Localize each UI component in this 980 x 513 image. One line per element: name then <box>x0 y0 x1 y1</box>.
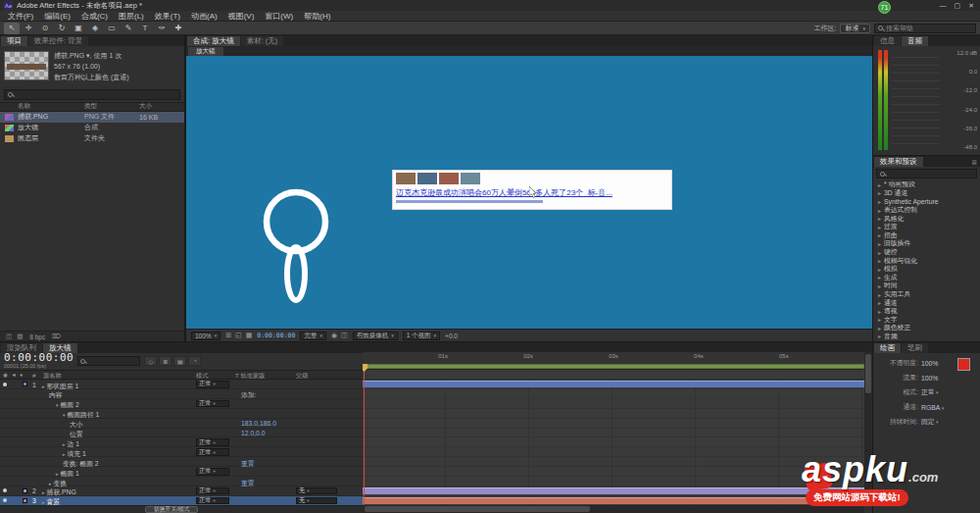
eye-icon[interactable] <box>3 383 7 386</box>
option-value[interactable]: 固定 <box>921 417 939 427</box>
blend-mode-dropdown[interactable]: 正常 <box>196 438 229 446</box>
timeline-layer-row[interactable]: 3 ▸ 背景 正常 无 <box>0 496 363 505</box>
shape-tool[interactable]: ▭ <box>104 23 120 34</box>
menu-item[interactable]: 动画(A) <box>191 11 218 22</box>
notification-badge[interactable]: 71 <box>878 1 891 14</box>
puppet-pin-tool[interactable]: ✚ <box>171 23 186 34</box>
project-footer-icon[interactable]: ▧ <box>17 333 23 340</box>
panel-tab[interactable]: 素材: (无) <box>241 36 284 46</box>
eye-icon[interactable] <box>3 488 7 492</box>
option-value[interactable]: 100% <box>921 375 938 382</box>
view-layout-dropdown[interactable]: 1 个视图 <box>403 332 440 340</box>
column-size[interactable]: 大小 <box>139 102 152 111</box>
blend-mode-dropdown[interactable]: 正常 <box>196 448 229 456</box>
pen-tool[interactable]: ✎ <box>121 23 136 34</box>
effect-category[interactable]: 音频 <box>873 333 980 341</box>
timeline-layer-row[interactable]: ▸ 变换 重置 <box>0 477 363 487</box>
camera-tool[interactable]: ▣ <box>71 23 86 34</box>
comp-mini-tab[interactable]: 放大镜 <box>188 47 223 56</box>
timeline-layer-row[interactable]: 1 ▸ 形状图层 1 正常 <box>0 380 363 389</box>
label-color-chip[interactable] <box>23 488 27 493</box>
parent-dropdown[interactable]: 无 <box>296 487 337 495</box>
viewer-toolbar-icon[interactable]: ⊞ <box>225 332 231 339</box>
timeline-layer-row[interactable]: 2 ▸ 捕获.PNG 正常 无 <box>0 487 363 496</box>
layer-duration-bar[interactable] <box>363 447 864 457</box>
viewer-toolbar-icon[interactable]: ◫ <box>341 332 348 339</box>
layer-duration-bar[interactable] <box>363 457 864 467</box>
timeline-toolbar-icon[interactable]: ◇ <box>144 356 157 366</box>
menu-item[interactable]: 视图(V) <box>228 11 255 22</box>
label-color-chip[interactable] <box>23 498 27 503</box>
timeline-search-input[interactable] <box>77 356 140 366</box>
viewer-toolbar-icon[interactable]: ◱ <box>235 332 242 339</box>
effects-search-input[interactable] <box>876 169 977 179</box>
menu-item[interactable]: 帮助(H) <box>304 11 330 22</box>
foreground-color-swatch[interactable] <box>957 358 970 371</box>
twirl-icon[interactable]: ▾ <box>63 412 66 418</box>
property-value[interactable]: 12.0,0.0 <box>241 430 266 436</box>
toggle-switches-modes-button[interactable]: 切换开关/模式 <box>145 506 198 513</box>
option-value[interactable]: 正常 <box>921 387 939 397</box>
bit-depth-indicator[interactable]: 8 bpc <box>29 333 45 340</box>
workspace-dropdown[interactable]: 标准 <box>840 24 870 33</box>
menu-item[interactable]: 合成(C) <box>81 11 108 22</box>
layer-duration-bar[interactable] <box>363 487 864 496</box>
twirl-icon[interactable]: ▾ <box>56 402 59 408</box>
work-area-bar[interactable] <box>363 364 864 369</box>
label-color-chip[interactable] <box>23 382 27 386</box>
blend-mode-dropdown[interactable]: 正常 <box>196 497 229 505</box>
parent-dropdown[interactable]: 无 <box>296 497 337 505</box>
current-time-indicator[interactable] <box>364 364 365 505</box>
blend-mode-dropdown[interactable]: 正常 <box>196 468 229 476</box>
project-item-row[interactable]: 捕获.PNG PNG 文件 16 KB <box>0 112 184 123</box>
option-value[interactable]: RGBA <box>921 404 944 411</box>
timeline-toolbar-icon[interactable]: ≣ <box>159 356 172 366</box>
layer-duration-bar[interactable] <box>363 399 864 409</box>
layer-name[interactable]: 背景 <box>47 497 61 505</box>
twirl-icon[interactable]: ▸ <box>56 471 59 477</box>
twirl-icon[interactable]: ▸ <box>63 441 66 447</box>
timeline-layer-row[interactable]: ▾ 椭圆路径 1 <box>0 409 363 419</box>
layer-duration-bar[interactable] <box>363 389 864 399</box>
project-search-input[interactable] <box>4 89 180 100</box>
eye-icon[interactable] <box>3 498 7 502</box>
timeline-layer-row[interactable]: ▸ 椭圆 1 正常 <box>0 467 363 477</box>
timeline-track-area[interactable]: 01s02s03s04s05s <box>363 352 864 505</box>
timeline-layer-row[interactable]: ▸ 填充 1 正常 <box>0 447 363 457</box>
timeline-layer-row[interactable]: 内容 添加: <box>0 389 363 399</box>
help-search-input[interactable]: 搜索帮助 <box>874 24 976 33</box>
twirl-icon[interactable]: ▸ <box>42 489 45 495</box>
layer-duration-bar[interactable] <box>363 380 864 389</box>
menu-item[interactable]: 窗口(W) <box>265 11 293 22</box>
layer-duration-bar[interactable] <box>363 467 864 477</box>
column-type[interactable]: 类型 <box>84 102 139 111</box>
timeline-layer-row[interactable]: ▾ 椭圆 2 正常 <box>0 399 363 409</box>
zoom-dropdown[interactable]: 100% <box>191 332 220 340</box>
project-item-row[interactable]: 放大镜 合成 <box>0 123 184 133</box>
brush-tool[interactable]: ✑ <box>154 23 170 34</box>
timeline-layer-row[interactable]: 位置 12.0,0.0 <box>0 429 363 438</box>
layer-duration-bar[interactable] <box>363 496 864 505</box>
camera-dropdown[interactable]: 有效摄像机 <box>353 332 398 340</box>
viewer-toolbar-icon[interactable]: ◉ <box>331 332 337 339</box>
maximize-icon[interactable]: ▢ <box>955 2 961 10</box>
blend-mode-dropdown[interactable]: 正常 <box>196 381 229 388</box>
twirl-icon[interactable]: ▸ <box>49 481 52 487</box>
project-item-row[interactable]: 固态层 文件夹 <box>0 133 184 144</box>
layer-duration-bar[interactable] <box>363 429 864 438</box>
panel-tab[interactable]: 笔刷 <box>902 343 928 353</box>
viewer-timecode[interactable]: 0:00:00:00 <box>257 332 295 339</box>
menu-item[interactable]: 效果(T) <box>155 11 180 22</box>
option-value[interactable]: 100% <box>921 360 938 367</box>
twirl-icon[interactable]: ▸ <box>63 451 66 457</box>
hand-tool[interactable]: ✛ <box>21 23 36 34</box>
timeline-toolbar-icon[interactable]: ▤ <box>173 356 186 366</box>
menu-item[interactable]: 文件(F) <box>8 11 33 22</box>
timeline-layer-row[interactable]: 大小 183.0,186.0 <box>0 419 363 429</box>
panel-tab[interactable]: 信息 <box>874 36 901 46</box>
layer-duration-bar[interactable] <box>363 409 864 419</box>
property-value[interactable]: 183.0,186.0 <box>241 420 276 427</box>
layer-duration-bar[interactable] <box>363 477 864 487</box>
panel-tab[interactable]: 效果控件: 背景 <box>28 36 88 46</box>
exposure-value[interactable]: +0.0 <box>445 333 458 339</box>
